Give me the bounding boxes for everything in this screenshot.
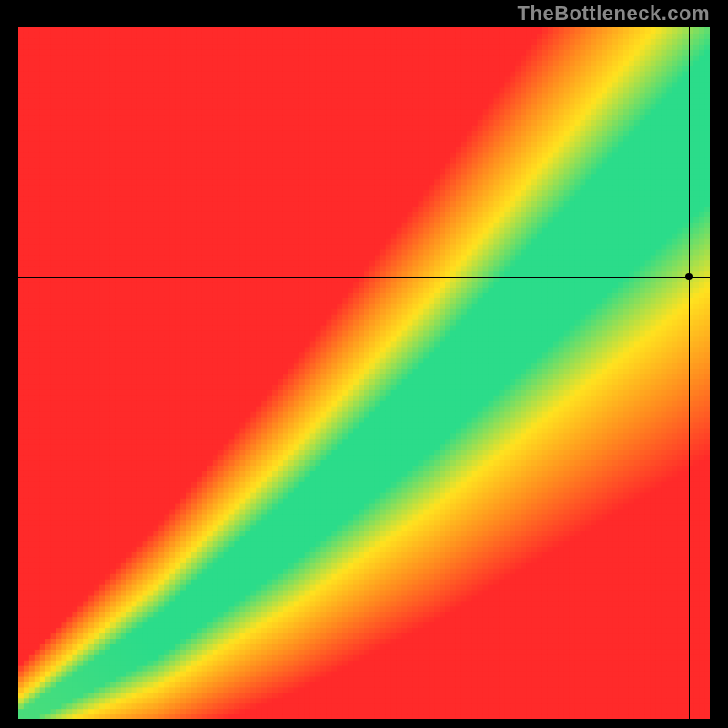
heatmap-canvas bbox=[18, 27, 710, 719]
heatmap-plot bbox=[18, 27, 710, 719]
watermark-text: TheBottleneck.com bbox=[518, 2, 710, 25]
outer-frame: TheBottleneck.com bbox=[0, 0, 728, 728]
